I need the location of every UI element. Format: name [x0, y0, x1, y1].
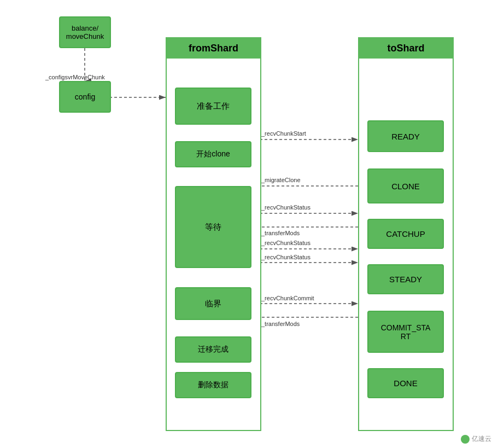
fromshard-header: fromShard	[167, 38, 260, 59]
clone-box: CLONE	[367, 168, 444, 203]
watermark: 亿速云	[461, 434, 491, 444]
svg-text:_recvChunkStatus: _recvChunkStatus	[261, 254, 310, 260]
balance-movechunk-box: balance/moveChunk	[59, 16, 111, 48]
svg-text:_recvChunkCommit: _recvChunkCommit	[261, 295, 314, 301]
watermark-icon	[461, 435, 470, 444]
prepare-box: 准备工作	[175, 88, 251, 125]
config-box: config	[59, 81, 111, 113]
svg-text:_transferMods: _transferMods	[261, 321, 300, 327]
wait-box: 等待	[175, 186, 251, 268]
commit-start-box: COMMIT_START	[367, 311, 444, 353]
start-clone-box: 开始clone	[175, 141, 251, 167]
steady-box: STEADY	[367, 264, 444, 294]
done-box: DONE	[367, 368, 444, 398]
toshard-header: toShard	[359, 38, 453, 59]
svg-text:_recvChunkStart: _recvChunkStart	[261, 130, 306, 137]
svg-text:_recvChunkStatus: _recvChunkStatus	[261, 204, 310, 211]
migration-done-box: 迁移完成	[175, 336, 251, 363]
svg-text:_transferMods: _transferMods	[261, 230, 300, 236]
svg-text:_configsvrMoveChunk: _configsvrMoveChunk	[45, 74, 105, 80]
catchup-box: CATCHUP	[367, 219, 444, 249]
svg-text:_recvChunkStatus: _recvChunkStatus	[261, 240, 310, 246]
svg-text:_migrateClone: _migrateClone	[261, 177, 301, 183]
ready-box: READY	[367, 120, 444, 152]
critical-box: 临界	[175, 287, 251, 320]
delete-data-box: 删除数据	[175, 372, 251, 398]
diagram-container: _configsvrMoveChunk _recvChunkStart _mig…	[0, 0, 498, 448]
